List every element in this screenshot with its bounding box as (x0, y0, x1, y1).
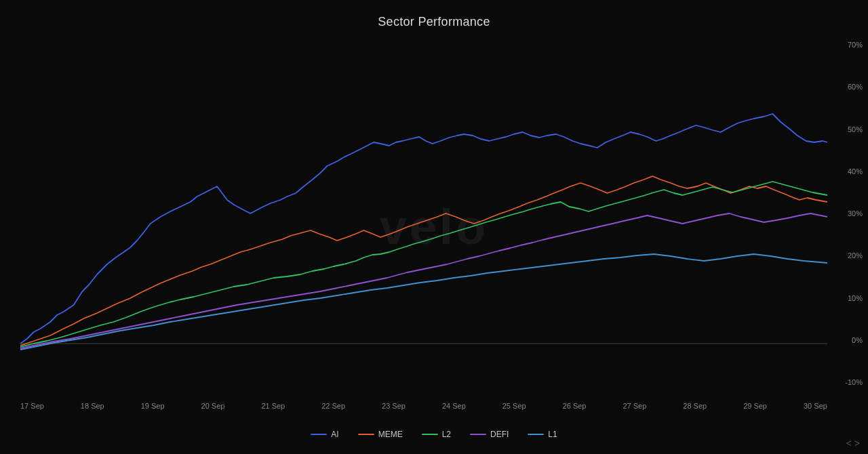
legend-label-meme: MEME (378, 430, 403, 439)
x-label-30sep: 30 Sep (804, 402, 827, 410)
chart-container: Sector Performance velo 70% 60% 50% 40% … (0, 0, 868, 454)
y-label-40: 40% (848, 167, 863, 176)
x-label-20sep: 20 Sep (201, 402, 225, 410)
expand-icon[interactable]: < > (846, 438, 860, 449)
y-label-50: 50% (848, 125, 863, 133)
chart-title: Sector Performance (0, 0, 868, 29)
legend-item-ai: AI (311, 430, 338, 439)
x-label-28sep: 28 Sep (683, 402, 707, 410)
x-label-29sep: 29 Sep (743, 402, 767, 410)
legend-line-l2 (422, 434, 438, 435)
legend-line-ai (311, 434, 327, 435)
legend-label-ai: AI (331, 430, 338, 439)
x-label-17sep: 17 Sep (20, 402, 44, 410)
legend-item-defi: DEFI (470, 430, 509, 439)
legend-label-l1: L1 (548, 430, 557, 439)
x-label-21sep: 21 Sep (261, 402, 285, 410)
x-label-18sep: 18 Sep (81, 402, 104, 410)
legend-line-meme (358, 434, 374, 435)
y-label-60: 60% (848, 83, 863, 91)
legend-item-meme: MEME (358, 430, 403, 439)
y-label-0: 0% (852, 336, 863, 344)
x-label-24sep: 24 Sep (442, 402, 466, 410)
x-label-25sep: 25 Sep (502, 402, 526, 410)
x-label-26sep: 26 Sep (563, 402, 587, 410)
l2-line (20, 182, 827, 347)
y-axis: 70% 60% 50% 40% 30% 20% 10% 0% -10% (831, 41, 868, 386)
legend-item-l1: L1 (528, 430, 557, 439)
legend: AI MEME L2 DEFI L1 (0, 430, 868, 439)
legend-line-defi (470, 434, 486, 435)
y-label-70: 70% (848, 41, 863, 49)
legend-label-l2: L2 (442, 430, 451, 439)
defi-line (20, 213, 827, 348)
y-label-30: 30% (848, 209, 863, 218)
y-label-neg10: -10% (845, 378, 863, 386)
y-label-10: 10% (848, 294, 863, 302)
x-label-19sep: 19 Sep (141, 402, 165, 410)
y-label-20: 20% (848, 251, 863, 260)
legend-item-l2: L2 (422, 430, 451, 439)
chart-svg (20, 41, 827, 386)
x-axis: 17 Sep 18 Sep 19 Sep 20 Sep 21 Sep 22 Se… (20, 402, 827, 410)
legend-line-l1 (528, 434, 544, 435)
ai-line (20, 114, 827, 344)
x-label-22sep: 22 Sep (321, 402, 345, 410)
x-label-27sep: 27 Sep (623, 402, 646, 410)
legend-label-defi: DEFI (490, 430, 509, 439)
x-label-23sep: 23 Sep (382, 402, 406, 410)
